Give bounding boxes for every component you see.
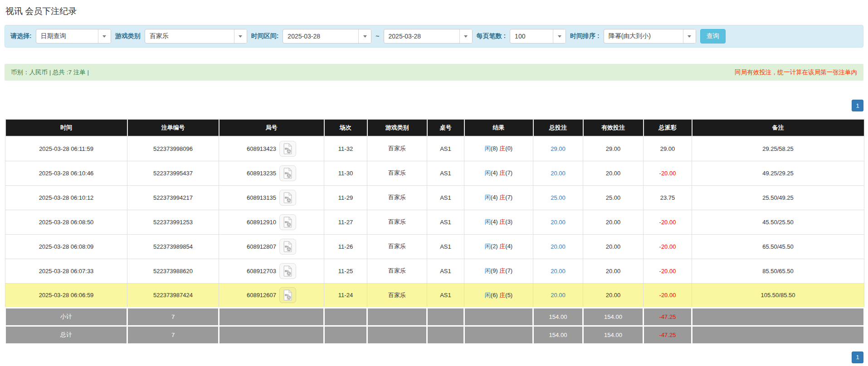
result-banker: 庄 bbox=[499, 145, 505, 152]
cell-bet-id: 522373988620 bbox=[127, 259, 219, 283]
cell-session: 11-25 bbox=[324, 259, 367, 283]
round-id: 608913235 bbox=[247, 170, 276, 177]
page-size-select[interactable]: 100 bbox=[510, 29, 566, 43]
round-id: 608912607 bbox=[247, 292, 276, 299]
betting-records-table: 时间 注单编号 局号 场次 游戏类别 桌号 结果 总投注 有效投注 总派彩 备注… bbox=[5, 119, 865, 345]
cell-total-bet: 20.00 bbox=[533, 234, 583, 259]
summary-count: 7 bbox=[127, 308, 219, 326]
cell-remark: 65.50/45.50 bbox=[692, 234, 864, 259]
chevron-down-icon[interactable] bbox=[98, 29, 111, 43]
result-player: 闲 bbox=[485, 218, 491, 225]
page-1-button[interactable]: 1 bbox=[852, 352, 863, 363]
cell-bet-id: 522373991253 bbox=[127, 210, 219, 234]
cell-bet-id: 522373995437 bbox=[127, 161, 219, 185]
game-category-value: 百家乐 bbox=[145, 29, 234, 43]
cell-round: 608912607 bbox=[219, 283, 324, 308]
pagination-bottom: 1 bbox=[5, 352, 863, 366]
cell-valid-bet: 20.00 bbox=[583, 283, 644, 308]
cell-remark: 105.50/85.50 bbox=[692, 283, 864, 308]
video-replay-button[interactable] bbox=[279, 141, 296, 157]
video-replay-button[interactable] bbox=[279, 263, 296, 279]
total-bet-link[interactable]: 20.00 bbox=[551, 292, 566, 299]
video-replay-button[interactable] bbox=[279, 239, 296, 255]
cell-round: 608912807 bbox=[219, 234, 324, 259]
header-table-no: 桌号 bbox=[427, 119, 464, 136]
total-bet-link[interactable]: 20.00 bbox=[551, 170, 566, 177]
cell-game-category: 百家乐 bbox=[367, 136, 427, 161]
video-replay-button[interactable] bbox=[279, 190, 296, 206]
date-to-select[interactable]: 2025-03-28 bbox=[384, 29, 473, 43]
filter-bar: 请选择: 日期查询 游戏类别 百家乐 时间区间: 2025-03-28 ~ 20… bbox=[5, 25, 863, 48]
query-type-select[interactable]: 日期查询 bbox=[36, 29, 111, 43]
cell-valid-bet: 20.00 bbox=[583, 259, 644, 283]
summary-bar: 币别：人民币 | 总共 :7 注单 | 同局有效投注，统一计算在该局第一张注单内 bbox=[5, 64, 863, 81]
cell-valid-bet: 20.00 bbox=[583, 210, 644, 234]
cell-time: 2025-03-28 06:11:59 bbox=[5, 136, 127, 161]
cell-time: 2025-03-28 06:10:46 bbox=[5, 161, 127, 185]
cell-round: 608913423 bbox=[219, 136, 324, 161]
summary-payout: -47.25 bbox=[644, 308, 692, 326]
video-replay-button[interactable] bbox=[279, 214, 296, 230]
chevron-down-icon[interactable] bbox=[459, 29, 472, 43]
table-row: 2025-03-28 06:08:50522373991253608912910… bbox=[5, 210, 864, 234]
cell-table-no: AS1 bbox=[427, 234, 464, 259]
summary-total-bet: 154.00 bbox=[533, 308, 583, 326]
chevron-down-icon[interactable] bbox=[358, 29, 371, 43]
search-button[interactable]: 查询 bbox=[700, 29, 726, 43]
total-bet-link[interactable]: 20.00 bbox=[551, 219, 566, 226]
result-player: 闲 bbox=[485, 145, 491, 152]
cell-bet-id: 522373994217 bbox=[127, 185, 219, 210]
table-row: 2025-03-28 06:07:33522373988620608912703… bbox=[5, 259, 864, 283]
cell-result: 闲(4) 庄(3) bbox=[464, 210, 533, 234]
total-bet-link[interactable]: 20.00 bbox=[551, 268, 566, 274]
cell-table-no: AS1 bbox=[427, 136, 464, 161]
total-bet-link[interactable]: 20.00 bbox=[551, 243, 566, 250]
cell-payout: -20.00 bbox=[644, 259, 692, 283]
total-bet-link[interactable]: 25.00 bbox=[551, 194, 566, 201]
cell-time: 2025-03-28 06:07:33 bbox=[5, 259, 127, 283]
page-1-button[interactable]: 1 bbox=[852, 100, 863, 111]
total-bet-link[interactable]: 29.00 bbox=[551, 145, 566, 152]
result-banker: 庄 bbox=[499, 292, 505, 299]
cell-valid-bet: 20.00 bbox=[583, 234, 644, 259]
video-replay-button[interactable] bbox=[279, 165, 296, 181]
chevron-down-icon[interactable] bbox=[553, 29, 566, 43]
result-player: 闲 bbox=[485, 267, 491, 274]
game-category-select[interactable]: 百家乐 bbox=[145, 29, 247, 43]
result-banker: 庄 bbox=[499, 218, 505, 225]
cell-table-no: AS1 bbox=[427, 161, 464, 185]
cell-total-bet: 20.00 bbox=[533, 161, 583, 185]
chevron-down-icon[interactable] bbox=[234, 29, 247, 43]
video-replay-button[interactable] bbox=[279, 287, 296, 303]
time-range-label: 时间区间: bbox=[251, 32, 279, 40]
table-row: 2025-03-28 06:10:46522373995437608913235… bbox=[5, 161, 864, 185]
cell-time: 2025-03-28 06:08:50 bbox=[5, 210, 127, 234]
header-total-bet: 总投注 bbox=[533, 119, 583, 136]
header-time: 时间 bbox=[5, 119, 127, 136]
summary-label: 小计 bbox=[5, 308, 127, 326]
cell-result: 闲(8) 庄(0) bbox=[464, 136, 533, 161]
summary-count: 7 bbox=[127, 326, 219, 344]
cell-game-category: 百家乐 bbox=[367, 210, 427, 234]
table-header-row: 时间 注单编号 局号 场次 游戏类别 桌号 结果 总投注 有效投注 总派彩 备注 bbox=[5, 119, 864, 136]
chevron-down-icon[interactable] bbox=[683, 29, 696, 43]
round-id: 608912703 bbox=[247, 268, 276, 274]
cell-game-category: 百家乐 bbox=[367, 259, 427, 283]
cell-remark: 49.25/29.25 bbox=[692, 161, 864, 185]
time-sort-select[interactable]: 降幂(由大到小) bbox=[604, 29, 696, 43]
file-video-icon bbox=[283, 143, 293, 154]
cell-table-no: AS1 bbox=[427, 210, 464, 234]
header-result: 结果 bbox=[464, 119, 533, 136]
cell-result: 闲(9) 庄(7) bbox=[464, 259, 533, 283]
cell-payout: 29.00 bbox=[644, 136, 692, 161]
summary-payout: -47.25 bbox=[644, 326, 692, 344]
currency-total-text: 币别：人民币 | 总共 :7 注单 | bbox=[11, 68, 89, 77]
date-from-select[interactable]: 2025-03-28 bbox=[283, 29, 371, 43]
date-from-value: 2025-03-28 bbox=[283, 29, 358, 43]
cell-session: 11-29 bbox=[324, 185, 367, 210]
cell-time: 2025-03-28 06:08:09 bbox=[5, 234, 127, 259]
page-title: 视讯 会员下注纪录 bbox=[5, 5, 863, 17]
cell-game-category: 百家乐 bbox=[367, 185, 427, 210]
header-round: 局号 bbox=[219, 119, 324, 136]
cell-session: 11-32 bbox=[324, 136, 367, 161]
